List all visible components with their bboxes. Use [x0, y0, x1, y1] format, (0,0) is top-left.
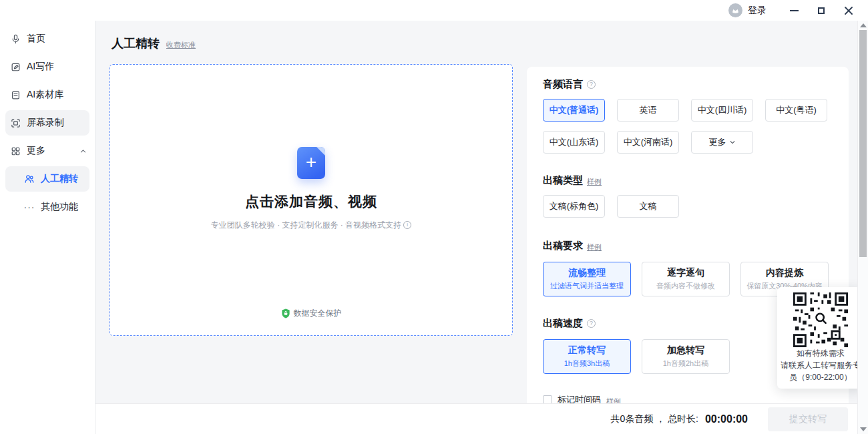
maximize-icon: [818, 7, 825, 14]
help-icon[interactable]: ?: [587, 319, 596, 328]
login-label[interactable]: 登录: [748, 5, 767, 17]
chevron-up-icon: [77, 146, 88, 156]
audio-language-header: 音频语言 ?: [543, 77, 833, 91]
output-type-header: 出稿类型 样例: [543, 174, 833, 187]
output-requirement-header: 出稿要求 样例: [543, 239, 833, 252]
language-option-henan[interactable]: 中文(河南话): [617, 131, 679, 154]
language-options-row2: 中文(山东话) 中文(河南话) 更多: [543, 131, 833, 154]
chevron-down-icon: [729, 139, 736, 146]
library-icon: [10, 89, 21, 100]
upload-dropzone[interactable]: + 点击添加音频、视频 专业团队多轮校验 · 支持定制化服务 · 音视频格式支持…: [110, 64, 513, 336]
minimize-icon: [790, 10, 799, 11]
output-type-sample-link[interactable]: 样例: [587, 177, 602, 187]
people-icon: [24, 174, 35, 184]
upload-subtitle-text: 专业团队多轮校验 · 支持定制化服务 · 音视频格式支持: [211, 220, 401, 231]
sidebar-item-screen-record[interactable]: 屏幕录制: [5, 110, 89, 136]
language-option-mandarin[interactable]: 中文(普通话): [543, 99, 605, 122]
qr-caption-line1: 如有特殊需求: [797, 347, 845, 359]
card-title: 流畅整理: [568, 267, 606, 279]
requirement-card-verbatim[interactable]: 逐字逐句 音频内容不做修改: [642, 262, 730, 296]
pricing-standard-link[interactable]: 收费标准: [166, 40, 196, 50]
scrollbar-thumb[interactable]: [859, 30, 867, 257]
audio-language-label: 音频语言: [543, 78, 583, 91]
language-option-sichuan[interactable]: 中文(四川话): [691, 99, 753, 122]
qr-caption-line3: 员（9:00-22:00）: [789, 371, 851, 383]
sidebar-item-ai-writing[interactable]: AI写作: [0, 53, 95, 81]
avatar[interactable]: [728, 3, 742, 17]
output-type-option-plain[interactable]: 文稿: [617, 195, 679, 218]
qr-caption-line2: 请联系人工转写服务专: [781, 359, 861, 371]
output-type-row: 文稿(标角色) 文稿: [543, 195, 833, 218]
ellipsis-icon: ···: [24, 202, 35, 212]
output-speed-label: 出稿速度: [543, 317, 583, 330]
output-requirement-label: 出稿要求: [543, 240, 583, 252]
speed-card-normal[interactable]: 正常转写 1h音频3h出稿: [543, 339, 631, 374]
page-title: 人工精转: [112, 35, 160, 51]
info-icon[interactable]: i: [403, 221, 411, 229]
output-type-label: 出稿类型: [543, 174, 583, 187]
edit-icon: [10, 61, 21, 72]
language-option-shandong[interactable]: 中文(山东话): [543, 131, 605, 154]
page-title-row: 人工精转 收费标准: [112, 35, 196, 51]
language-option-cantonese[interactable]: 中文(粤语): [765, 99, 827, 122]
card-subtitle: 过滤语气词并适当整理: [550, 281, 624, 291]
minimize-button[interactable]: [789, 6, 799, 15]
titlebar: 登录: [0, 0, 868, 21]
grid-icon: [10, 146, 21, 156]
total-duration: 00:00:00: [705, 413, 748, 425]
sidebar-item-manual-transcription[interactable]: 人工精转: [5, 166, 89, 192]
card-subtitle: 1h音频3h出稿: [564, 359, 610, 369]
sidebar-item-label: AI写作: [27, 61, 54, 73]
sidebar-item-label: 屏幕录制: [27, 117, 64, 129]
card-title: 加急转写: [667, 345, 704, 357]
card-title: 正常转写: [568, 345, 606, 357]
contact-qr-overlay: 如有特殊需求 请联系人工转写服务专 员（9:00-22:00）: [777, 287, 864, 389]
security-label: 数据安全保护: [294, 308, 342, 319]
sidebar: 首页 AI写作 AI素材库 屏幕录制 更多: [0, 21, 95, 434]
card-title: 逐字逐句: [667, 267, 704, 279]
sidebar-item-label: 人工精转: [41, 173, 78, 185]
mic-icon: [10, 33, 21, 44]
scroll-up-arrow-icon[interactable]: [860, 23, 867, 27]
output-type-option-roles[interactable]: 文稿(标角色): [543, 195, 605, 218]
language-options-row1: 中文(普通话) 英语 中文(四川话) 中文(粤语): [543, 99, 833, 122]
scrollbar[interactable]: [857, 21, 868, 434]
shield-lock-icon: [281, 308, 290, 318]
upload-subtitle: 专业团队多轮校验 · 支持定制化服务 · 音视频格式支持 i: [211, 220, 411, 231]
upload-title: 点击添加音频、视频: [245, 192, 377, 211]
submit-transcription-button[interactable]: 提交转写: [768, 407, 848, 431]
close-icon: [844, 6, 853, 15]
sidebar-item-more[interactable]: 更多: [0, 137, 95, 165]
screen-record-icon: [10, 118, 21, 128]
main-area: 人工精转 收费标准 + 点击添加音频、视频 专业团队多轮校验 · 支持定制化服务…: [95, 21, 868, 434]
plus-icon: +: [306, 153, 316, 172]
audio-count-summary: 共0条音频 ， 总时长:: [610, 413, 698, 425]
sidebar-item-label: 更多: [27, 145, 45, 157]
language-more-button[interactable]: 更多: [691, 131, 753, 154]
sidebar-item-home[interactable]: 首页: [0, 25, 95, 53]
sidebar-item-ai-library[interactable]: AI素材库: [0, 81, 95, 109]
sidebar-item-label: 首页: [27, 33, 45, 45]
scroll-down-arrow-icon[interactable]: [860, 427, 867, 431]
sidebar-item-label: AI素材库: [27, 89, 63, 101]
card-subtitle: 音频内容不做修改: [656, 281, 715, 291]
sidebar-item-label: 其他功能: [41, 201, 78, 213]
requirement-card-smooth[interactable]: 流畅整理 过滤语气词并适当整理: [543, 262, 631, 296]
help-icon[interactable]: ?: [587, 80, 596, 89]
security-row: 数据安全保护: [110, 308, 512, 319]
language-more-label: 更多: [709, 136, 726, 148]
window-controls: [789, 6, 853, 15]
bottom-bar: 共0条音频 ， 总时长: 00:00:00 提交转写: [95, 403, 868, 434]
card-subtitle: 1h音频2h出稿: [663, 359, 708, 369]
output-requirement-sample-link[interactable]: 样例: [587, 242, 602, 252]
close-button[interactable]: [844, 6, 853, 15]
card-title: 内容提炼: [766, 267, 803, 279]
user-avatar-icon: [731, 6, 740, 15]
speed-card-urgent[interactable]: 加急转写 1h音频2h出稿: [642, 339, 730, 374]
maximize-button[interactable]: [817, 6, 826, 15]
add-file-icon[interactable]: +: [297, 147, 325, 179]
login-button[interactable]: 登录: [728, 3, 767, 17]
sidebar-item-other-functions[interactable]: ··· 其他功能: [0, 193, 95, 221]
language-option-english[interactable]: 英语: [617, 99, 679, 122]
qr-code: [793, 292, 848, 347]
